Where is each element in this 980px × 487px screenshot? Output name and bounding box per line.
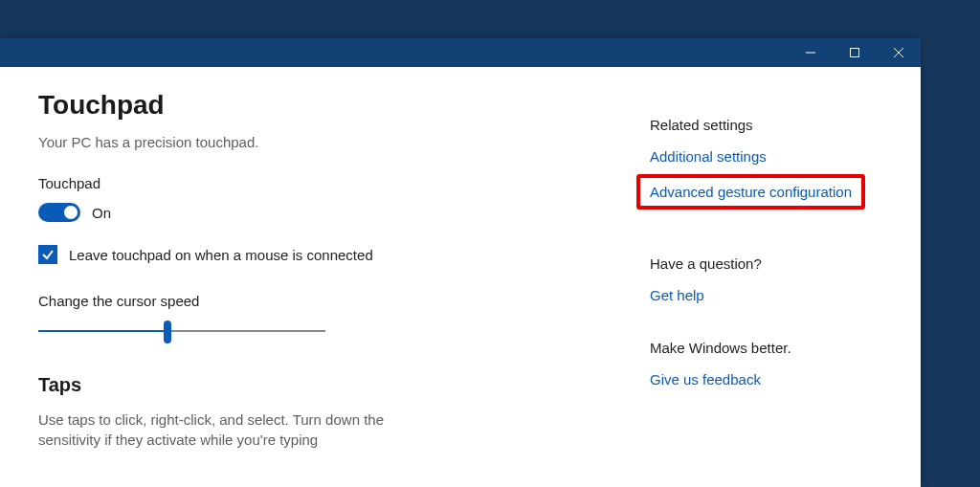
- related-heading: Related settings: [650, 117, 902, 133]
- touchpad-label: Touchpad: [38, 175, 650, 191]
- advanced-gesture-link[interactable]: Advanced gesture configuration: [650, 184, 852, 200]
- settings-window: Touchpad Your PC has a precision touchpa…: [0, 38, 921, 487]
- leave-on-checkbox[interactable]: [38, 245, 57, 264]
- leave-on-label: Leave touchpad on when a mouse is connec…: [69, 247, 373, 263]
- feedback-link[interactable]: Give us feedback: [650, 371, 902, 387]
- cursor-speed-slider[interactable]: [38, 321, 325, 343]
- taps-description: Use taps to click, right-click, and sele…: [38, 410, 450, 450]
- page-subtitle: Your PC has a precision touchpad.: [38, 134, 650, 150]
- toggle-knob: [64, 206, 78, 219]
- minimize-button[interactable]: [789, 38, 833, 67]
- checkmark-icon: [41, 248, 55, 261]
- get-help-link[interactable]: Get help: [650, 287, 902, 303]
- cursor-speed-label: Change the cursor speed: [38, 293, 650, 309]
- additional-settings-link[interactable]: Additional settings: [650, 148, 902, 165]
- slider-track-fill: [38, 330, 167, 332]
- touchpad-toggle-row: On: [38, 203, 650, 222]
- titlebar: [0, 38, 921, 67]
- page-title: Touchpad: [38, 90, 650, 121]
- svg-rect-1: [851, 49, 859, 57]
- content-area: Touchpad Your PC has a precision touchpa…: [0, 67, 921, 487]
- question-block: Have a question? Get help: [650, 255, 902, 303]
- main-panel: Touchpad Your PC has a precision touchpa…: [0, 67, 650, 487]
- close-button[interactable]: [877, 38, 921, 67]
- touchpad-toggle-state: On: [92, 205, 111, 221]
- maximize-button[interactable]: [833, 38, 877, 67]
- highlight-annotation: Advanced gesture configuration: [636, 174, 865, 210]
- slider-thumb[interactable]: [164, 321, 171, 343]
- leave-on-row: Leave touchpad on when a mouse is connec…: [38, 245, 650, 264]
- better-block: Make Windows better. Give us feedback: [650, 340, 902, 387]
- taps-heading: Taps: [38, 374, 650, 396]
- better-heading: Make Windows better.: [650, 340, 902, 356]
- question-heading: Have a question?: [650, 255, 902, 272]
- maximize-icon: [850, 48, 859, 57]
- touchpad-toggle[interactable]: [38, 203, 80, 222]
- cursor-slider-container: [38, 321, 650, 343]
- related-block: Related settings Additional settings Adv…: [650, 117, 902, 219]
- sidebar: Related settings Additional settings Adv…: [650, 67, 921, 487]
- minimize-icon: [806, 48, 815, 57]
- close-icon: [894, 48, 903, 57]
